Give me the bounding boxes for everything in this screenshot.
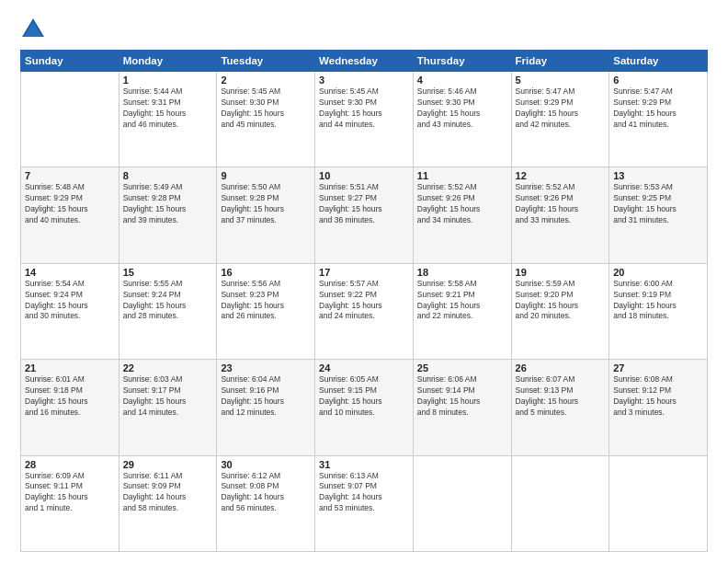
day-number: 10 — [319, 170, 409, 181]
calendar-cell — [21, 72, 119, 167]
weekday-header-wednesday: Wednesday — [315, 51, 414, 72]
weekday-header-thursday: Thursday — [413, 51, 511, 72]
calendar-cell: 3Sunrise: 5:45 AM Sunset: 9:30 PM Daylig… — [315, 72, 414, 167]
calendar-cell: 14Sunrise: 5:54 AM Sunset: 9:24 PM Dayli… — [21, 263, 119, 359]
calendar-cell: 9Sunrise: 5:50 AM Sunset: 9:28 PM Daylig… — [217, 167, 315, 263]
weekday-header-row: SundayMondayTuesdayWednesdayThursdayFrid… — [21, 51, 708, 72]
day-info: Sunrise: 5:50 AM Sunset: 9:28 PM Dayligh… — [221, 182, 311, 226]
weekday-header-tuesday: Tuesday — [217, 51, 315, 72]
day-number: 5 — [516, 75, 606, 86]
calendar-table: SundayMondayTuesdayWednesdayThursdayFrid… — [20, 50, 708, 552]
day-number: 17 — [319, 267, 409, 278]
day-number: 27 — [613, 362, 703, 373]
day-number: 26 — [516, 362, 606, 373]
day-number: 21 — [25, 362, 115, 373]
day-info: Sunrise: 5:49 AM Sunset: 9:28 PM Dayligh… — [123, 182, 213, 226]
calendar-cell: 21Sunrise: 6:01 AM Sunset: 9:18 PM Dayli… — [21, 360, 119, 455]
calendar-week-1: 1Sunrise: 5:44 AM Sunset: 9:31 PM Daylig… — [21, 72, 708, 167]
day-number: 31 — [319, 459, 409, 470]
day-number: 22 — [123, 362, 213, 373]
day-number: 8 — [123, 170, 213, 181]
day-info: Sunrise: 5:46 AM Sunset: 9:30 PM Dayligh… — [417, 86, 507, 131]
logo — [20, 17, 50, 42]
weekday-header-saturday: Saturday — [609, 51, 708, 72]
calendar-cell: 5Sunrise: 5:47 AM Sunset: 9:29 PM Daylig… — [511, 72, 609, 167]
day-info: Sunrise: 6:11 AM Sunset: 9:09 PM Dayligh… — [123, 471, 213, 515]
day-info: Sunrise: 5:47 AM Sunset: 9:29 PM Dayligh… — [613, 86, 703, 131]
calendar-cell: 18Sunrise: 5:58 AM Sunset: 9:21 PM Dayli… — [413, 263, 511, 359]
calendar-cell: 8Sunrise: 5:49 AM Sunset: 9:28 PM Daylig… — [119, 167, 217, 263]
calendar-cell: 7Sunrise: 5:48 AM Sunset: 9:29 PM Daylig… — [21, 167, 119, 263]
calendar-cell: 2Sunrise: 5:45 AM Sunset: 9:30 PM Daylig… — [217, 72, 315, 167]
calendar-cell: 19Sunrise: 5:59 AM Sunset: 9:20 PM Dayli… — [511, 263, 609, 359]
day-info: Sunrise: 5:56 AM Sunset: 9:23 PM Dayligh… — [221, 279, 311, 323]
day-number: 28 — [25, 459, 115, 470]
calendar-cell: 11Sunrise: 5:52 AM Sunset: 9:26 PM Dayli… — [413, 167, 511, 263]
day-info: Sunrise: 5:54 AM Sunset: 9:24 PM Dayligh… — [25, 279, 115, 323]
day-number: 23 — [221, 362, 311, 373]
day-number: 13 — [613, 170, 703, 181]
calendar-cell: 27Sunrise: 6:08 AM Sunset: 9:12 PM Dayli… — [609, 360, 708, 455]
day-number: 7 — [25, 170, 115, 181]
calendar-week-4: 21Sunrise: 6:01 AM Sunset: 9:18 PM Dayli… — [21, 360, 708, 455]
calendar-week-2: 7Sunrise: 5:48 AM Sunset: 9:29 PM Daylig… — [21, 167, 708, 263]
calendar-body: 1Sunrise: 5:44 AM Sunset: 9:31 PM Daylig… — [21, 72, 708, 552]
calendar-cell: 26Sunrise: 6:07 AM Sunset: 9:13 PM Dayli… — [511, 360, 609, 455]
day-info: Sunrise: 5:45 AM Sunset: 9:30 PM Dayligh… — [221, 86, 311, 131]
day-info: Sunrise: 5:47 AM Sunset: 9:29 PM Dayligh… — [516, 86, 606, 131]
calendar-cell: 16Sunrise: 5:56 AM Sunset: 9:23 PM Dayli… — [217, 263, 315, 359]
day-number: 9 — [221, 170, 311, 181]
header — [20, 17, 708, 42]
page: SundayMondayTuesdayWednesdayThursdayFrid… — [0, 0, 728, 563]
weekday-header-friday: Friday — [511, 51, 609, 72]
calendar-cell: 31Sunrise: 6:13 AM Sunset: 9:07 PM Dayli… — [315, 455, 414, 551]
day-number: 20 — [613, 267, 703, 278]
day-info: Sunrise: 6:07 AM Sunset: 9:13 PM Dayligh… — [516, 374, 606, 419]
day-number: 30 — [221, 459, 311, 470]
calendar-cell: 24Sunrise: 6:05 AM Sunset: 9:15 PM Dayli… — [315, 360, 414, 455]
day-number: 3 — [319, 75, 409, 86]
day-number: 1 — [123, 75, 213, 86]
day-info: Sunrise: 5:48 AM Sunset: 9:29 PM Dayligh… — [25, 182, 115, 226]
day-number: 15 — [123, 267, 213, 278]
calendar-cell: 29Sunrise: 6:11 AM Sunset: 9:09 PM Dayli… — [119, 455, 217, 551]
calendar-cell: 10Sunrise: 5:51 AM Sunset: 9:27 PM Dayli… — [315, 167, 414, 263]
weekday-header-sunday: Sunday — [21, 51, 119, 72]
calendar: SundayMondayTuesdayWednesdayThursdayFrid… — [20, 50, 708, 552]
day-info: Sunrise: 6:05 AM Sunset: 9:15 PM Dayligh… — [319, 374, 409, 419]
day-number: 24 — [319, 362, 409, 373]
day-number: 29 — [123, 459, 213, 470]
day-number: 14 — [25, 267, 115, 278]
day-info: Sunrise: 6:00 AM Sunset: 9:19 PM Dayligh… — [613, 279, 703, 323]
day-info: Sunrise: 6:04 AM Sunset: 9:16 PM Dayligh… — [221, 374, 311, 419]
calendar-cell: 4Sunrise: 5:46 AM Sunset: 9:30 PM Daylig… — [413, 72, 511, 167]
calendar-cell: 23Sunrise: 6:04 AM Sunset: 9:16 PM Dayli… — [217, 360, 315, 455]
calendar-cell: 30Sunrise: 6:12 AM Sunset: 9:08 PM Dayli… — [217, 455, 315, 551]
calendar-week-3: 14Sunrise: 5:54 AM Sunset: 9:24 PM Dayli… — [21, 263, 708, 359]
calendar-cell: 20Sunrise: 6:00 AM Sunset: 9:19 PM Dayli… — [609, 263, 708, 359]
day-number: 2 — [221, 75, 311, 86]
calendar-cell: 1Sunrise: 5:44 AM Sunset: 9:31 PM Daylig… — [119, 72, 217, 167]
calendar-cell — [511, 455, 609, 551]
day-number: 18 — [417, 267, 507, 278]
day-info: Sunrise: 5:44 AM Sunset: 9:31 PM Dayligh… — [123, 86, 213, 131]
day-info: Sunrise: 6:13 AM Sunset: 9:07 PM Dayligh… — [319, 471, 409, 515]
day-info: Sunrise: 6:12 AM Sunset: 9:08 PM Dayligh… — [221, 471, 311, 515]
calendar-cell: 12Sunrise: 5:52 AM Sunset: 9:26 PM Dayli… — [511, 167, 609, 263]
day-info: Sunrise: 6:06 AM Sunset: 9:14 PM Dayligh… — [417, 374, 507, 419]
day-number: 16 — [221, 267, 311, 278]
calendar-cell: 28Sunrise: 6:09 AM Sunset: 9:11 PM Dayli… — [21, 455, 119, 551]
day-number: 12 — [516, 170, 606, 181]
day-number: 11 — [417, 170, 507, 181]
day-info: Sunrise: 5:58 AM Sunset: 9:21 PM Dayligh… — [417, 279, 507, 323]
calendar-cell — [413, 455, 511, 551]
calendar-cell: 13Sunrise: 5:53 AM Sunset: 9:25 PM Dayli… — [609, 167, 708, 263]
calendar-cell: 17Sunrise: 5:57 AM Sunset: 9:22 PM Dayli… — [315, 263, 414, 359]
day-info: Sunrise: 5:57 AM Sunset: 9:22 PM Dayligh… — [319, 279, 409, 323]
day-info: Sunrise: 6:08 AM Sunset: 9:12 PM Dayligh… — [613, 374, 703, 419]
day-number: 4 — [417, 75, 507, 86]
day-number: 25 — [417, 362, 507, 373]
logo-icon — [20, 17, 46, 42]
day-info: Sunrise: 6:09 AM Sunset: 9:11 PM Dayligh… — [25, 471, 115, 515]
day-info: Sunrise: 5:55 AM Sunset: 9:24 PM Dayligh… — [123, 279, 213, 323]
